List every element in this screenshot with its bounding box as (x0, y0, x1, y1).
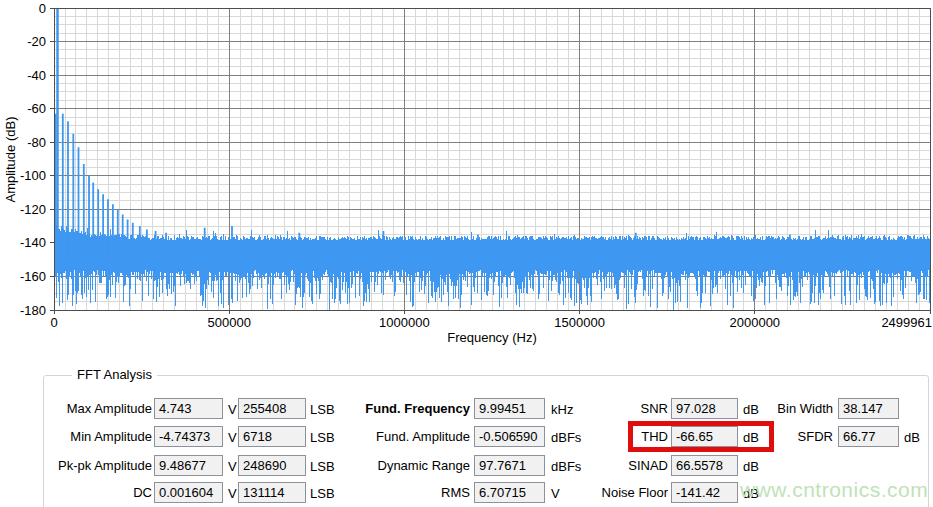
sfdr-label: SFDR (730, 426, 833, 447)
fund-frequency-field[interactable]: 9.99451 (474, 398, 545, 419)
noise-floor-label: Noise Floor (558, 482, 668, 503)
sinad-label: SINAD (558, 455, 668, 476)
dynamic-range-field[interactable]: 97.7671 (474, 455, 545, 476)
fund-amplitude-field[interactable]: -0.506590 (474, 426, 545, 447)
pkpk-amplitude-volts-field[interactable]: 9.48677 (154, 455, 223, 476)
x-tick-label: 500000 (208, 315, 251, 330)
bin-width-label: Bin Width (730, 398, 833, 419)
dc-lsb-field[interactable]: 131114 (238, 482, 306, 503)
noise-floor-field[interactable]: -141.42 (671, 482, 738, 503)
x-axis-title: Frequency (Hz) (54, 330, 930, 345)
max-amplitude-lsb-field[interactable]: 255408 (238, 398, 306, 419)
fft-spectrum-chart: 0-20-40-60-80-100-120-140-160-1800500000… (0, 0, 933, 356)
min-amplitude-lsb-field[interactable]: 6718 (238, 426, 306, 447)
pkpk-amplitude-volts-unit: V (228, 455, 237, 476)
y-tick-label: -20 (27, 34, 46, 49)
x-tick-label: 2000000 (729, 315, 780, 330)
fund-amplitude-label: Fund. Amplitude (350, 426, 470, 447)
max-amplitude-label: Max Amplitude (38, 398, 152, 419)
y-tick-label: 0 (39, 1, 46, 16)
y-axis-title: Amplitude (dB) (3, 9, 20, 311)
sinad-unit: dB (743, 455, 759, 476)
dc-volts-field[interactable]: 0.001604 (154, 482, 223, 503)
dynamic-range-label: Dynamic Range (350, 455, 470, 476)
rms-field[interactable]: 6.70715 (474, 482, 545, 503)
y-tick-label: -60 (27, 101, 46, 116)
pkpk-amplitude-lsb-unit: LSB (310, 455, 335, 476)
min-amplitude-label: Min Amplitude (38, 426, 152, 447)
y-tick-label: -180 (20, 303, 46, 318)
y-tick-label: -80 (27, 135, 46, 150)
thd-field[interactable]: -66.65 (671, 426, 738, 447)
y-tick-label: -40 (27, 68, 46, 83)
y-tick-label: -120 (20, 202, 46, 217)
dc-volts-unit: V (228, 482, 237, 503)
y-tick-label: -100 (20, 168, 46, 183)
max-amplitude-volts-unit: V (228, 398, 237, 419)
bin-width-field[interactable]: 38.147 (838, 398, 899, 419)
sfdr-unit: dB (904, 426, 920, 447)
min-amplitude-lsb-unit: LSB (310, 426, 335, 447)
x-tick-label: 1500000 (554, 315, 605, 330)
fft-analysis-title: FFT Analysis (72, 367, 157, 383)
max-amplitude-volts-field[interactable]: 4.743 (154, 398, 223, 419)
thd-label: THD (558, 426, 668, 447)
y-tick-label: -160 (20, 269, 46, 284)
snr-field[interactable]: 97.028 (671, 398, 738, 419)
min-amplitude-volts-field[interactable]: -4.74373 (154, 426, 223, 447)
x-tick-label: 0 (50, 315, 57, 330)
y-tick-label: -140 (20, 235, 46, 250)
fund-frequency-label: Fund. Frequency (350, 398, 470, 419)
rms-label: RMS (350, 482, 470, 503)
dc-label: DC (38, 482, 152, 503)
pkpk-amplitude-lsb-field[interactable]: 248690 (238, 455, 306, 476)
x-tick-label: 2499961 (881, 315, 932, 330)
sinad-field[interactable]: 66.5578 (671, 455, 738, 476)
pkpk-amplitude-label: Pk-pk Amplitude (38, 455, 152, 476)
max-amplitude-lsb-unit: LSB (310, 398, 335, 419)
dc-lsb-unit: LSB (310, 482, 335, 503)
min-amplitude-volts-unit: V (228, 426, 237, 447)
fft-spectrum-svg: 0-20-40-60-80-100-120-140-160-1800500000… (0, 0, 933, 356)
sfdr-field[interactable]: 66.77 (838, 426, 899, 447)
watermark-text: www.cntronics.com (740, 478, 928, 502)
snr-label: SNR (558, 398, 668, 419)
x-tick-label: 1000000 (379, 315, 430, 330)
